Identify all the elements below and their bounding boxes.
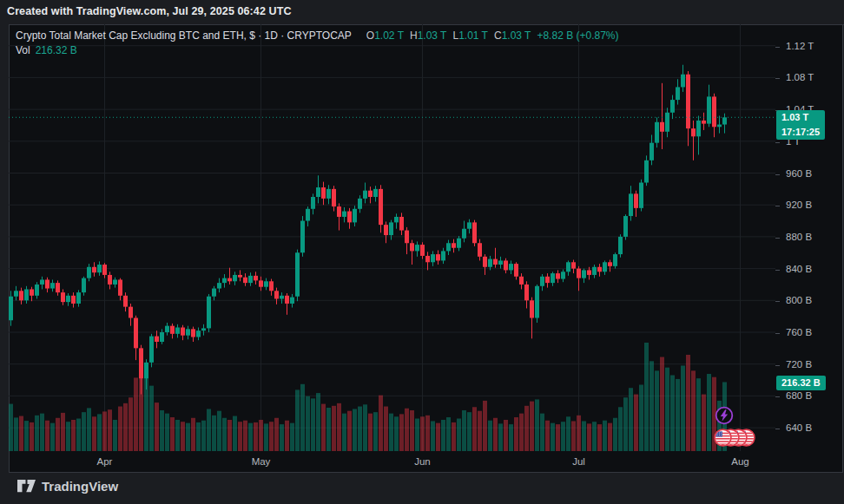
candle-body <box>40 279 44 285</box>
candle <box>71 292 76 307</box>
volume-bar <box>472 407 477 451</box>
candle <box>306 206 310 226</box>
volume-bar <box>373 412 378 451</box>
symbol-title[interactable]: Crypto Total Market Cap Excluding BTC an… <box>16 29 352 42</box>
candle-body <box>389 222 393 235</box>
candle <box>394 213 399 228</box>
time-axis-label: Aug <box>723 456 758 467</box>
candle <box>514 262 518 279</box>
volume-bar <box>665 368 669 451</box>
volume-bar <box>493 418 498 451</box>
candle-body <box>149 337 154 363</box>
candle-body <box>129 307 133 318</box>
candle-body <box>592 267 597 275</box>
candle-body <box>321 187 326 199</box>
candle-body <box>472 222 477 243</box>
volume-bar <box>227 420 232 451</box>
candle <box>274 288 279 304</box>
volume-bar <box>300 384 305 451</box>
candle-body <box>300 221 305 253</box>
candle-body <box>311 197 315 209</box>
price-axis[interactable]: 1.12 T1.08 T1.04 T1 T960 B920 B880 B840 … <box>775 24 844 451</box>
candle-body <box>306 209 310 221</box>
volume-bar <box>436 423 440 451</box>
candle <box>233 272 237 285</box>
chart-plot-area[interactable] <box>9 24 775 451</box>
volume-bar <box>509 424 513 451</box>
volume-bar <box>165 414 169 451</box>
volume-bar <box>274 418 279 451</box>
candle <box>608 260 612 272</box>
us-flag-event-icons[interactable] <box>714 429 766 447</box>
candle <box>686 71 690 146</box>
volume-bar <box>676 379 680 451</box>
candle-body <box>519 277 524 285</box>
candle-body <box>405 231 409 244</box>
candle <box>118 278 122 301</box>
candle <box>170 324 175 338</box>
volume-bar <box>50 423 55 451</box>
volume-bar <box>222 418 227 451</box>
candle <box>415 241 419 256</box>
lightning-event-icon[interactable] <box>715 406 734 425</box>
candle-body <box>243 278 247 283</box>
candle <box>332 186 336 211</box>
candle <box>399 213 404 235</box>
candle-body <box>577 269 581 278</box>
candle <box>707 85 711 128</box>
candle-body <box>9 297 13 321</box>
candle-body <box>165 326 169 332</box>
volume-bar <box>379 396 383 451</box>
candle <box>222 274 227 288</box>
candle <box>478 239 482 261</box>
chart-canvas[interactable] <box>9 24 775 451</box>
volume-bar <box>524 406 529 451</box>
volume-bar <box>556 424 560 451</box>
candle-body <box>326 189 331 199</box>
volume-bar <box>186 423 190 451</box>
candle-body <box>561 272 565 278</box>
candle-body <box>76 292 81 304</box>
candle-body <box>571 262 576 268</box>
candle-body <box>670 100 675 113</box>
candle <box>488 256 492 271</box>
volume-bar <box>311 398 315 451</box>
volume-bar <box>504 420 508 451</box>
candle-body <box>316 187 320 197</box>
candle <box>353 206 357 226</box>
tradingview-logo-icon <box>17 480 36 493</box>
candle-body <box>717 125 722 128</box>
candle-body <box>530 300 534 317</box>
candle-body <box>181 327 185 335</box>
candle <box>493 248 498 268</box>
candle <box>472 220 477 246</box>
volume-bar <box>457 419 461 452</box>
candle <box>613 252 617 268</box>
volume-bar <box>61 413 65 451</box>
candle <box>373 186 378 201</box>
candle <box>326 185 331 204</box>
volume-bar <box>405 409 409 451</box>
volume-bar <box>608 423 612 451</box>
candle <box>102 263 107 278</box>
candle-body <box>280 296 284 299</box>
price-axis-tick <box>775 78 780 79</box>
volume-bar <box>498 423 503 451</box>
candle-body <box>686 75 690 128</box>
tradingview-logo[interactable]: TradingView <box>17 479 118 494</box>
volume-bar <box>384 407 388 451</box>
volume-bar <box>87 408 91 451</box>
candle <box>50 279 55 291</box>
candle <box>696 115 701 154</box>
time-axis[interactable]: AprMayJunJulAug <box>9 452 775 473</box>
volume-bar <box>196 422 201 451</box>
volume-bar <box>201 421 206 451</box>
candle-body <box>358 199 362 209</box>
volume-bar <box>295 389 300 451</box>
ohlc-open-value: 1.02 T <box>374 29 404 42</box>
chart-legend: Crypto Total Market Cap Excluding BTC an… <box>16 29 619 58</box>
candle <box>441 248 445 264</box>
volume-bar <box>358 407 362 451</box>
candle <box>61 289 65 304</box>
volume-bar <box>566 416 570 451</box>
